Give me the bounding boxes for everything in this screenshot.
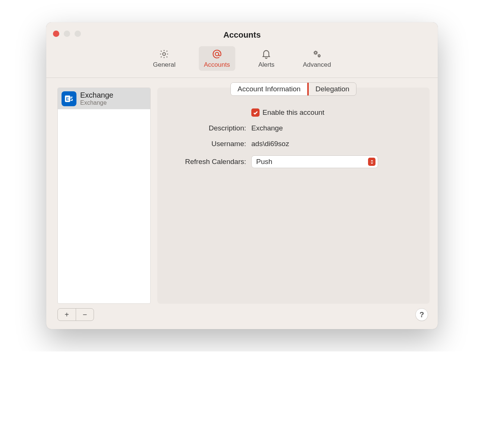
accounts-sidebar: E Exchange Exchange	[57, 88, 151, 304]
remove-account-button[interactable]: −	[76, 309, 94, 321]
gear-icon	[158, 48, 170, 60]
refresh-calendars-value: Push	[256, 158, 272, 166]
enable-account-checkbox[interactable]	[251, 108, 260, 117]
add-remove-segment: + −	[57, 308, 94, 321]
description-label: Description:	[172, 124, 246, 132]
exchange-icon: E	[62, 91, 76, 106]
tab-delegation[interactable]: Delegation	[307, 82, 356, 96]
traffic-lights	[53, 31, 81, 37]
toolbar-tab-accounts[interactable]: Accounts	[199, 46, 235, 71]
account-text: Exchange Exchange	[80, 91, 113, 106]
titlebar: Accounts	[46, 22, 438, 43]
toolbar-tab-advanced[interactable]: Advanced	[298, 46, 336, 71]
footer: + − ?	[46, 308, 438, 329]
content: E Exchange Exchange Account Information	[46, 78, 438, 310]
svg-text:E: E	[66, 96, 69, 101]
gears-icon	[311, 48, 323, 60]
account-form: Enable this account Description: Exchang…	[166, 108, 421, 168]
account-name: Exchange	[80, 91, 113, 100]
tab-account-information[interactable]: Account Information	[231, 83, 307, 95]
toolbar-label: Advanced	[303, 61, 331, 69]
toolbar-tab-general[interactable]: General	[148, 46, 180, 71]
username-label: Username:	[172, 140, 246, 148]
account-list-item[interactable]: E Exchange Exchange	[58, 88, 150, 109]
toolbar: General Accounts Alerts	[46, 43, 438, 78]
account-details-panel: Account Information Delegation Enable th…	[157, 88, 430, 304]
zoom-icon[interactable]	[75, 31, 81, 37]
detail-tabs: Account Information Delegation	[166, 82, 421, 96]
toolbar-tab-alerts[interactable]: Alerts	[253, 46, 280, 71]
window-title: Accounts	[223, 26, 261, 40]
close-icon[interactable]	[53, 31, 59, 37]
preferences-window: Accounts General Accounts	[46, 22, 438, 329]
toolbar-label: General	[153, 61, 175, 69]
refresh-calendars-select[interactable]: Push	[251, 155, 378, 168]
help-button[interactable]: ?	[415, 308, 428, 321]
at-icon	[211, 48, 223, 60]
enable-account-label: Enable this account	[263, 108, 324, 117]
svg-point-3	[318, 55, 320, 57]
bell-icon	[261, 48, 272, 60]
refresh-calendars-label: Refresh Calendars:	[172, 158, 246, 166]
minimize-icon[interactable]	[64, 31, 70, 37]
add-account-button[interactable]: +	[58, 309, 76, 321]
svg-point-1	[215, 52, 219, 56]
svg-point-0	[163, 53, 166, 55]
account-subtitle: Exchange	[80, 100, 113, 106]
toolbar-label: Alerts	[258, 61, 274, 69]
svg-point-2	[315, 52, 317, 54]
username-value: ads\di69soz	[251, 140, 415, 148]
toolbar-label: Accounts	[204, 61, 230, 69]
chevron-updown-icon	[368, 158, 375, 166]
description-value: Exchange	[251, 124, 415, 132]
